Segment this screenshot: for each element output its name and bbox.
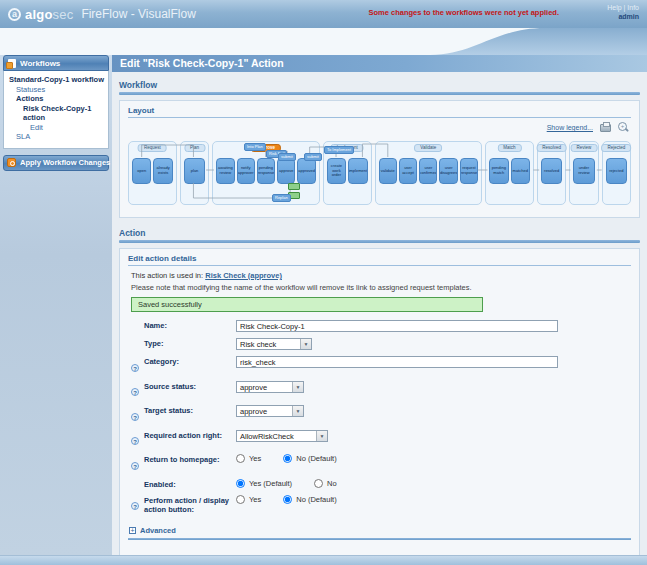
required-right-help-icon[interactable]: ? [131,437,139,445]
stage-nodes: awaiting reviewnotify approverpending re… [216,158,315,184]
category-help-icon[interactable]: ? [131,364,139,372]
workflow-node[interactable]: user confirmed [419,158,437,184]
name-label: Name: [144,320,230,330]
return-homepage-label: Return to homepage: [144,454,230,464]
stage-label: Validate [414,144,442,152]
tree-item-actions[interactable]: Actions [7,94,105,104]
required-right-select[interactable]: AllowRiskCheck ▼ [236,430,328,442]
tree-item-sla[interactable]: SLA [7,132,105,142]
source-status-select[interactable]: approve ▼ [236,381,304,393]
stage-label: Resolved [536,144,567,152]
category-input[interactable] [236,356,558,368]
edge-label: submit [278,153,296,161]
source-status-help-icon[interactable]: ? [131,388,139,396]
print-icon[interactable] [600,124,611,132]
workflow-stage-plan: Planplan [180,141,209,205]
workflow-node[interactable]: open [132,158,151,184]
workflow-stage-match: Matchpending matchmatched [485,141,534,205]
category-label: Category: [144,356,230,366]
tree-item-workflow[interactable]: Standard-Copy-1 workflow [7,75,105,85]
stage-nodes: plan [184,158,205,184]
perform-action-help-icon[interactable]: ? [131,502,139,510]
apply-workflow-changes-button[interactable]: Apply Workflow Changes [3,155,109,171]
used-in-link[interactable]: Risk Check (approve) [205,271,282,280]
workflow-stage-review: Reviewunder review [569,141,598,205]
perform-no-label: No (Default) [296,495,336,504]
chevron-down-icon: ▼ [292,406,303,416]
workflow-node[interactable]: pending response [257,158,275,184]
top-header: a algosec FireFlow - VisualFlow Some cha… [0,0,647,28]
edge-label: Replan [272,194,291,202]
target-status-select[interactable]: approve ▼ [236,405,304,417]
risk-check-action-node[interactable] [288,183,300,190]
name-input[interactable] [236,320,558,332]
workflow-node[interactable]: rejected [606,158,627,184]
workflow-node[interactable]: user disagrees [439,158,457,184]
workflow-stage-request: Requestopenalready exists [128,141,177,205]
zoom-icon[interactable] [618,122,629,133]
enabled-no-label: No [327,479,337,488]
workflow-section-title: Workflow [119,80,640,90]
logged-in-user[interactable]: admin [618,13,639,20]
show-legend-link[interactable]: Show legend... [547,124,593,131]
workflow-stage-validate: Validatevalidateuser acceptuser confirme… [375,141,482,205]
required-right-label: Required action right: [144,430,230,440]
workflow-node[interactable]: create work order [327,158,346,184]
stage-label: Plan [184,144,205,152]
stage-nodes: under review [573,158,594,184]
workflow-node[interactable]: awaiting review [216,158,234,184]
workflow-node[interactable]: approved [297,158,315,184]
type-select[interactable]: Risk check ▼ [236,338,312,350]
homepage-yes-radio[interactable] [236,454,245,463]
workflow-node[interactable]: resolved [541,158,562,184]
advanced-label: Advanced [140,526,176,535]
workflow-section-divider [119,92,640,95]
stage-label: Match [497,144,521,152]
workflow-node[interactable]: plan [184,158,205,184]
help-info-link[interactable]: Help | Info [607,4,639,11]
saved-successfully-banner: Saved successfully [131,297,483,312]
chevron-down-icon: ▼ [300,339,311,349]
header-curve-band [0,28,647,55]
tree-item-statuses[interactable]: Statuses [7,85,105,95]
workflow-node[interactable]: already exists [153,158,172,184]
workflow-node[interactable]: under review [573,158,594,184]
homepage-yes-label: Yes [249,454,261,463]
perform-yes-radio[interactable] [236,495,245,504]
stage-nodes: validateuser acceptuser confirmeduser di… [379,158,478,184]
workflow-node[interactable]: matched [511,158,530,184]
workflow-node[interactable]: pending match [489,158,508,184]
content-area: Workflow Layout Show legend... [112,72,647,565]
workflow-tree: Standard-Copy-1 workflow Statuses Action… [3,71,109,149]
workflows-panel-header[interactable]: Workflows [3,55,109,71]
stage-label: Request [138,144,167,152]
tree-item-edit[interactable]: Edit [7,123,105,133]
action-section-title: Action [119,228,640,238]
edge-label: Into Plan [244,143,266,151]
workflow-node[interactable]: validate [379,158,397,184]
perform-action-row: ? Perform action / display action button… [131,495,631,514]
homepage-no-radio[interactable] [283,454,292,463]
name-row: Name: [131,320,631,332]
workflow-node[interactable]: implement [348,158,367,184]
workflow-node[interactable]: user accept [399,158,417,184]
workflow-node[interactable]: notify approver [237,158,255,184]
page-title: Edit "Risk Check-Copy-1" Action [112,55,647,72]
target-status-label: Target status: [144,405,230,415]
tree-item-risk-check-action[interactable]: Risk Check-Copy-1 action [7,104,105,123]
expand-icon[interactable]: + [129,527,136,534]
app-logo: a algosec FireFlow - VisualFlow [8,5,196,23]
workflow-stage-resolved: Resolvedresolved [537,141,566,205]
perform-no-radio[interactable] [283,495,292,504]
target-status-help-icon[interactable]: ? [131,413,139,421]
return-homepage-help-icon[interactable]: ? [131,462,139,470]
workflow-node[interactable]: approve [277,158,295,184]
workflow-node[interactable]: request response [460,158,478,184]
enabled-no-radio[interactable] [314,479,323,488]
enabled-yes-radio[interactable] [236,479,245,488]
used-in-prefix: This action is used in: [131,271,203,280]
type-row: Type: Risk check ▼ [131,338,631,350]
source-status-row: ? Source status: approve ▼ [131,381,631,400]
category-row: ? Category: [131,356,631,375]
advanced-toggle[interactable]: + Advanced [129,526,631,535]
